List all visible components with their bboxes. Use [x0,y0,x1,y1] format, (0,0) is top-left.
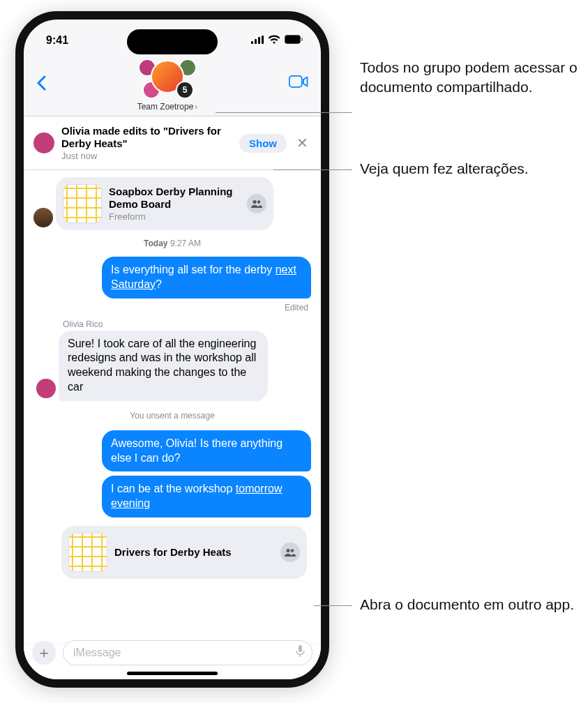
document-thumbnail [63,184,102,223]
collaborators-icon[interactable] [280,543,300,562]
sender-name-label: Olivia Rico [63,319,314,329]
wifi-icon [268,34,280,47]
home-indicator[interactable] [127,672,218,675]
svg-rect-1 [255,39,257,44]
callout-text: Veja quem fez alterações. [360,159,583,179]
timestamp-separator: Today 9:27 AM [31,239,314,248]
svg-point-9 [257,200,260,203]
svg-rect-7 [289,76,302,87]
facetime-button[interactable] [289,59,308,92]
svg-rect-6 [301,38,303,41]
callout-leader-line [273,169,352,170]
show-button[interactable]: Show [239,134,287,153]
sent-message[interactable]: Is everything all set for the derby next… [102,257,311,298]
svg-rect-5 [286,36,299,43]
conversation-header: 5 Team Zoetrope › [24,53,321,116]
svg-rect-3 [262,36,264,44]
back-button[interactable] [36,59,46,96]
received-message[interactable]: Sure! I took care of all the engineering… [59,331,268,401]
callout-leader-line [216,112,352,113]
banner-timestamp: Just now [61,151,232,161]
chevron-right-icon: › [195,102,197,112]
callout-text: Abra o documento em outro app. [360,595,583,614]
status-time: 9:41 [46,34,68,47]
group-title-button[interactable]: 5 Team Zoetrope › [134,59,201,112]
banner-title: Olivia made edits to "Drivers for Derby … [61,125,232,150]
group-avatars: 5 [134,59,201,99]
sent-message[interactable]: Awesome, Olivia! Is there anything else … [102,430,311,472]
svg-rect-0 [251,41,253,44]
svg-rect-12 [299,645,302,652]
sent-message[interactable]: I can be at the workshop tomorrow evenin… [102,476,311,517]
system-message: You unsent a message [31,411,314,421]
message-input[interactable]: iMessage [63,640,312,665]
cellular-icon [251,34,264,47]
document-title: Soapbox Derby Planning Demo Board [109,186,240,210]
svg-rect-2 [258,37,260,44]
svg-point-10 [287,549,290,552]
sender-avatar [33,208,53,227]
editor-avatar [33,133,54,153]
input-placeholder: iMessage [73,647,296,659]
collaboration-banner: Olivia made edits to "Drivers for Derby … [24,116,321,170]
dictation-icon[interactable] [296,645,305,660]
conversation-scroll[interactable]: Soapbox Derby Planning Demo Board Freefo… [24,170,321,642]
dynamic-island [127,29,218,54]
sender-avatar [36,379,56,398]
edited-label: Edited [31,303,308,312]
close-icon[interactable]: ✕ [294,135,311,151]
shared-document-card[interactable]: Drivers for Derby Heats [61,526,307,579]
collaborators-icon[interactable] [247,194,266,213]
callout-text: Todos no grupo podem acessar o documento… [360,58,583,98]
battery-icon [285,34,303,47]
participant-count-badge: 5 [176,81,194,99]
svg-point-8 [253,200,257,204]
document-title: Drivers for Derby Heats [114,546,273,558]
svg-point-11 [291,549,294,552]
callout-leader-line [314,605,352,606]
document-app-label: Freeform [109,211,240,222]
shared-document-card[interactable]: Soapbox Derby Planning Demo Board Freefo… [56,177,273,230]
add-attachment-button[interactable]: ＋ [32,641,56,665]
group-name-label: Team Zoetrope [137,102,194,112]
document-thumbnail [68,533,107,572]
